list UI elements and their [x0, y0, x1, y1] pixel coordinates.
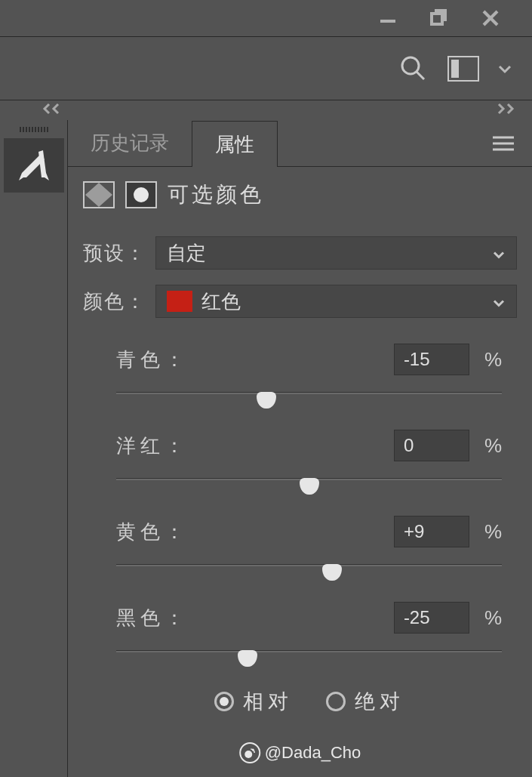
- slider-value-input[interactable]: -25: [394, 602, 469, 634]
- search-icon[interactable]: [398, 53, 429, 85]
- panel-collapse-row: [0, 100, 532, 120]
- mode-radio-group: 相对 绝对: [116, 688, 502, 715]
- chevron-down-icon[interactable]: [497, 53, 512, 85]
- panel-row: 历史记录 属性 可选颜色: [0, 120, 532, 777]
- color-row: 颜色： 红色: [83, 285, 517, 318]
- brush-tool-icon[interactable]: [4, 138, 64, 193]
- close-button[interactable]: [478, 5, 503, 31]
- panel-body: 可选颜色 预设： 自定 颜色： 红色: [68, 167, 532, 715]
- properties-panel: 历史记录 属性 可选颜色: [68, 120, 532, 777]
- tab-history[interactable]: 历史记录: [68, 120, 192, 166]
- radio-absolute-label: 绝对: [355, 688, 404, 715]
- app-toolbar: [0, 36, 532, 100]
- maximize-button[interactable]: [426, 5, 452, 31]
- slider-row: 青色：-15%: [116, 344, 502, 412]
- slider-row: 黑色：-25%: [116, 602, 502, 670]
- collapse-left-icon[interactable]: [42, 103, 64, 118]
- panel-grip[interactable]: [0, 125, 68, 134]
- tool-strip: [0, 120, 68, 777]
- adjustment-type-icon: [83, 181, 115, 208]
- sliders-group: 青色：-15%洋红：0%黄色：+9%黑色：-25% 相对 绝对: [83, 333, 517, 715]
- panel-menu-icon[interactable]: [485, 125, 521, 162]
- minimize-button[interactable]: [375, 5, 401, 31]
- radio-relative[interactable]: 相对: [214, 688, 293, 715]
- slider-row: 黄色：+9%: [116, 516, 502, 584]
- slider-value-input[interactable]: +9: [394, 516, 469, 547]
- mask-icon[interactable]: [125, 181, 157, 208]
- svg-rect-1: [432, 14, 442, 24]
- slider-thumb[interactable]: [300, 478, 319, 495]
- slider-track[interactable]: [116, 647, 502, 670]
- color-swatch: [167, 291, 192, 312]
- slider-value-input[interactable]: -15: [394, 344, 469, 375]
- workspace-switcher[interactable]: [447, 53, 479, 85]
- preset-value: 自定: [167, 240, 206, 267]
- slider-track[interactable]: [116, 475, 502, 498]
- slider-value-input[interactable]: 0: [394, 430, 469, 461]
- color-label: 颜色：: [83, 288, 146, 315]
- panel-tabs: 历史记录 属性: [68, 120, 532, 167]
- slider-label: 黑色：: [116, 605, 189, 631]
- svg-line-5: [417, 72, 424, 79]
- watermark: @Dada_Cho: [239, 742, 361, 763]
- watermark-text: @Dada_Cho: [265, 743, 361, 763]
- percent-sign: %: [484, 348, 502, 372]
- color-dropdown[interactable]: 红色: [155, 285, 517, 318]
- tab-properties[interactable]: 属性: [192, 121, 278, 167]
- title-bar: [0, 0, 532, 36]
- slider-label: 青色：: [116, 347, 189, 373]
- svg-point-9: [244, 751, 252, 758]
- slider-row: 洋红：0%: [116, 430, 502, 498]
- svg-point-4: [402, 57, 419, 74]
- adjustment-header: 可选颜色: [83, 180, 517, 209]
- slider-track[interactable]: [116, 561, 502, 584]
- slider-thumb[interactable]: [238, 650, 257, 667]
- radio-absolute[interactable]: 绝对: [326, 688, 404, 715]
- color-value: 红色: [201, 288, 241, 315]
- slider-label: 洋红：: [116, 433, 189, 459]
- slider-label: 黄色：: [116, 519, 189, 545]
- percent-sign: %: [484, 606, 502, 630]
- slider-thumb[interactable]: [257, 392, 276, 409]
- radio-relative-indicator: [214, 692, 234, 711]
- slider-track[interactable]: [116, 389, 502, 412]
- chevron-down-icon: [492, 242, 506, 265]
- slider-thumb[interactable]: [322, 564, 342, 581]
- preset-dropdown[interactable]: 自定: [155, 236, 517, 270]
- collapse-right-icon[interactable]: [494, 103, 517, 118]
- preset-label: 预设：: [83, 240, 146, 267]
- weibo-icon: [239, 742, 260, 763]
- adjustment-title: 可选颜色: [168, 180, 264, 209]
- percent-sign: %: [484, 520, 502, 544]
- percent-sign: %: [484, 434, 502, 458]
- radio-absolute-indicator: [326, 692, 346, 711]
- preset-row: 预设： 自定: [83, 236, 517, 270]
- radio-relative-label: 相对: [243, 688, 293, 715]
- chevron-down-icon: [492, 290, 506, 313]
